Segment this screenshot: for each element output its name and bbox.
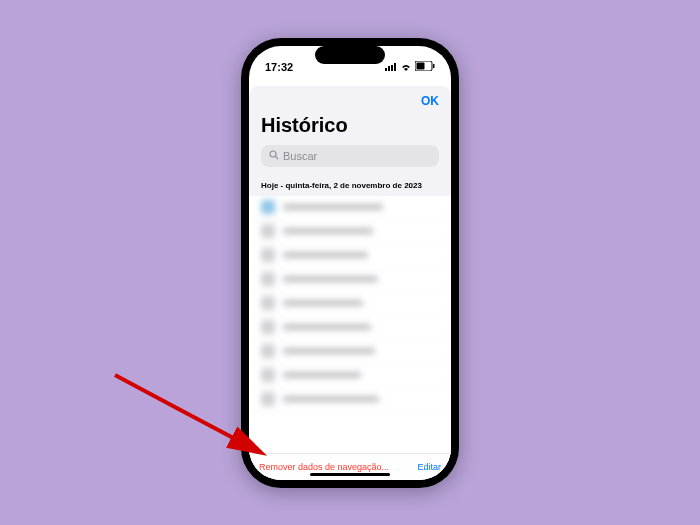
svg-rect-3 bbox=[394, 63, 396, 71]
favicon-icon bbox=[261, 272, 275, 286]
battery-icon bbox=[415, 61, 435, 73]
annotation-arrow bbox=[100, 370, 290, 480]
favicon-icon bbox=[261, 320, 275, 334]
history-item[interactable] bbox=[249, 196, 451, 220]
svg-rect-1 bbox=[388, 66, 390, 71]
signal-icon bbox=[385, 61, 397, 73]
ok-button[interactable]: OK bbox=[421, 94, 439, 108]
status-icons bbox=[385, 61, 435, 73]
favicon-icon bbox=[261, 200, 275, 214]
search-input[interactable]: Buscar bbox=[261, 145, 439, 167]
status-time: 17:32 bbox=[265, 61, 293, 73]
search-icon bbox=[269, 150, 279, 162]
svg-rect-6 bbox=[433, 64, 435, 68]
svg-rect-5 bbox=[417, 62, 425, 69]
search-container: Buscar bbox=[249, 145, 451, 175]
search-placeholder: Buscar bbox=[283, 150, 317, 162]
svg-line-8 bbox=[276, 156, 279, 159]
favicon-icon bbox=[261, 296, 275, 310]
history-item[interactable] bbox=[249, 244, 451, 268]
favicon-icon bbox=[261, 344, 275, 358]
history-item[interactable] bbox=[249, 340, 451, 364]
history-item[interactable] bbox=[249, 268, 451, 292]
home-indicator[interactable] bbox=[310, 473, 390, 476]
favicon-icon bbox=[261, 224, 275, 238]
sheet-header: OK bbox=[249, 86, 451, 112]
svg-rect-2 bbox=[391, 65, 393, 71]
history-item[interactable] bbox=[249, 292, 451, 316]
edit-button[interactable]: Editar bbox=[417, 462, 441, 472]
favicon-icon bbox=[261, 248, 275, 262]
section-header-today: Hoje - quinta-feira, 2 de novembro de 20… bbox=[249, 175, 451, 196]
svg-point-7 bbox=[270, 151, 276, 157]
wifi-icon bbox=[400, 61, 412, 73]
page-title: Histórico bbox=[249, 112, 451, 145]
history-item[interactable] bbox=[249, 316, 451, 340]
svg-rect-0 bbox=[385, 68, 387, 71]
history-item[interactable] bbox=[249, 220, 451, 244]
dynamic-island bbox=[315, 46, 385, 64]
